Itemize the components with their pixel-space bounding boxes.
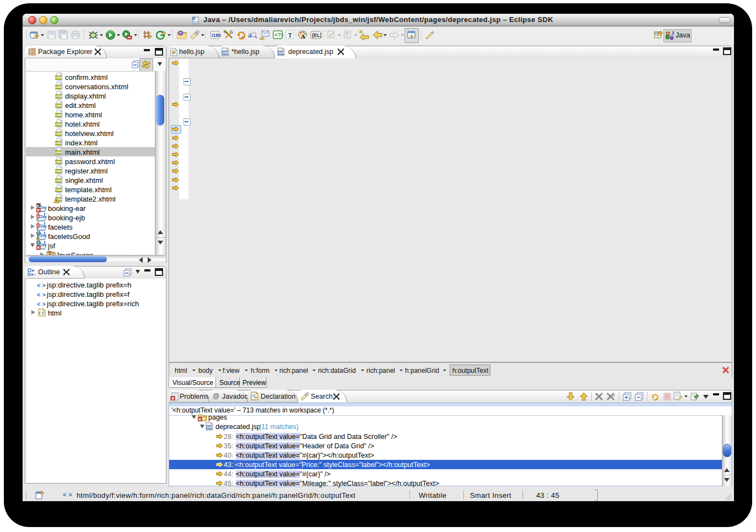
svg-text:T: T — [288, 31, 293, 39]
svg-text:JSP: JSP — [223, 51, 229, 55]
svg-text:<?>: <?> — [274, 32, 283, 39]
svg-text:HTM: HTM — [55, 151, 61, 154]
svg-text:J: J — [671, 30, 674, 36]
svg-text:HTM: HTM — [55, 132, 61, 135]
svg-text:HTM: HTM — [55, 188, 61, 192]
svg-text:J: J — [43, 222, 46, 227]
svg-text:JSP: JSP — [278, 51, 284, 55]
svg-text:A: A — [301, 33, 305, 40]
svg-text:{EL}: {EL} — [312, 32, 321, 38]
svg-text:J: J — [43, 231, 46, 236]
svg-text:J: J — [43, 241, 46, 246]
svg-text:i18n: i18n — [212, 32, 221, 38]
svg-text:HTM: HTM — [55, 142, 61, 145]
svg-text:HTM: HTM — [55, 85, 61, 89]
svg-text:HTM: HTM — [55, 104, 61, 107]
svg-text:HTM: HTM — [55, 170, 61, 173]
svg-text:JSP: JSP — [207, 426, 213, 429]
svg-text:HTM: HTM — [55, 123, 61, 126]
svg-text:HTM: HTM — [55, 160, 61, 164]
svg-text:J: J — [43, 213, 46, 218]
svg-text:HTM: HTM — [55, 95, 61, 98]
svg-text:HTM: HTM — [55, 179, 61, 182]
svg-text:HTM: HTM — [55, 76, 61, 79]
svg-text:HTM: HTM — [55, 113, 61, 117]
